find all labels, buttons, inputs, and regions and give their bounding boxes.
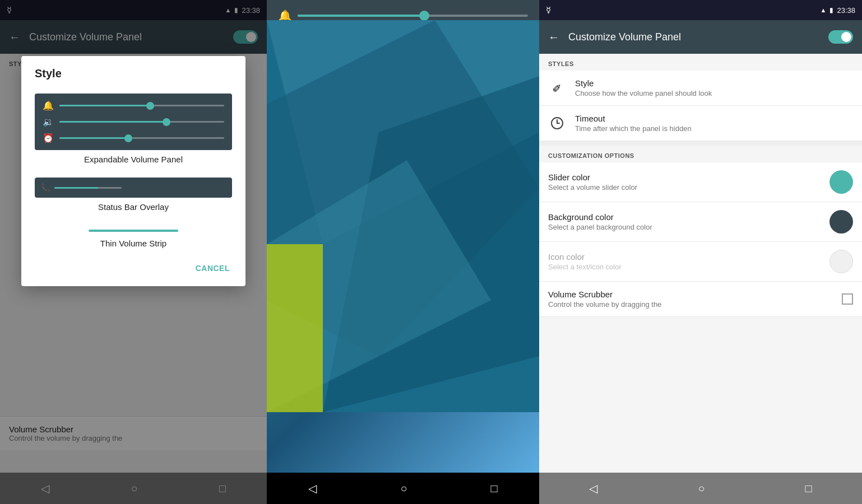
preview-statusbar: 📞 [35,178,232,198]
slider-thumb-1 [146,102,154,110]
volume-scrubber-checkbox[interactable] [842,293,853,305]
slider-color-subtitle: Select a volume slider color [548,183,821,192]
setting-style[interactable]: ✏ Style Choose how the volume panel shou… [539,71,862,106]
slider-fill-1 [59,105,150,106]
customization-header: CUSTOMIZATION OPTIONS [539,146,862,162]
popup-thumb-1[interactable] [419,11,429,21]
mid-screen: ☿ ▲ ▮ 23:38 🔔 🔉 [267,0,539,504]
back-button-right[interactable]: ← [548,31,559,44]
slider-color-title: Slider color [548,172,821,182]
option-statusbar-label: Status Bar Overlay [35,202,232,212]
option-thinstrip-label: Thin Volume Strip [35,239,232,248]
icon-color-title: Icon color [548,252,821,262]
bg-color-subtitle: Select a panel background color [548,223,821,231]
option-expandable[interactable]: 🔔 🔉 [21,87,245,171]
icon-color-dot [829,250,853,273]
wallpaper-svg [267,20,539,412]
status-time-right: 23:38 [837,6,855,15]
bg-color-dot[interactable] [829,210,853,234]
slider-color-dot[interactable] [829,170,853,194]
app-bar-right: ← Customize Volume Panel [539,20,862,54]
setting-icon-color: Icon color Select a text/icon color [539,242,862,282]
divider-1 [539,141,862,146]
styles-header-right: STYLES [539,54,862,71]
page-title-right: Customize Volume Panel [568,31,819,43]
slider-thumb-2 [163,118,170,126]
popup-track-1 [298,15,528,17]
right-screen: ☿ ▲ ▮ 23:38 ← Customize Volume Panel STY… [539,0,862,504]
slider-row-vol: 🔉 [43,116,224,127]
dialog-actions: CANCEL [21,255,245,286]
setting-timeout[interactable]: Timeout Time after which the panel is hi… [539,106,862,141]
dialog-title: Style [21,56,245,87]
preview-expandable: 🔔 🔉 [35,94,232,150]
statusbar-slider-fill [54,187,98,189]
slider-track-1 [59,105,224,106]
dialog-overlay: Style 🔔 🔉 [0,0,267,504]
toggle-switch-right[interactable] [828,30,853,44]
nav-bar-mid: ◁ ○ □ [267,473,539,504]
slider-track-3 [59,137,224,139]
setting-slider-color[interactable]: Slider color Select a volume slider colo… [539,162,862,202]
popup-fill-1 [298,15,424,17]
recents-nav-mid[interactable]: □ [490,482,497,495]
statusbar-slider-track [54,187,122,189]
slider-color-text: Slider color Select a volume slider colo… [548,172,821,192]
cancel-button[interactable]: CANCEL [189,259,237,277]
volume-scrubber-text: Volume Scrubber Control the volume by dr… [548,290,833,309]
style-dialog: Style 🔔 🔉 [21,56,245,286]
android-icon-right: ☿ [546,5,551,15]
slider-track-2 [59,121,224,123]
setting-bg-color[interactable]: Background color Select a panel backgrou… [539,202,862,242]
style-subtitle: Choose how the volume panel should look [575,89,853,97]
setting-volume-scrubber[interactable]: Volume Scrubber Control the volume by dr… [539,282,862,317]
slider-thumb-3 [124,134,132,142]
signal-icon-right: ▲ [821,7,827,13]
timeout-icon-wrap [548,114,566,132]
back-nav-mid[interactable]: ◁ [308,482,317,495]
icon-color-text: Icon color Select a text/icon color [548,252,821,271]
left-screen: ☿ ▲ ▮ 23:38 ← Customize Volume Panel STY… [0,0,267,504]
back-nav-right[interactable]: ◁ [589,482,597,495]
status-bar-right: ☿ ▲ ▮ 23:38 [539,0,862,20]
volume-icon: 🔉 [43,116,54,127]
slider-row-bell: 🔔 [43,100,224,111]
svg-rect-5 [267,244,323,412]
timeout-title: Timeout [575,114,853,123]
home-nav-mid[interactable]: ○ [400,482,407,495]
style-icon-wrap: ✏ [548,79,566,97]
pencil-icon: ✏ [549,80,566,96]
battery-icon-right: ▮ [829,6,833,14]
thin-strip [89,230,178,232]
option-statusbar[interactable]: 📞 Status Bar Overlay [21,171,245,218]
timeout-text: Timeout Time after which the panel is hi… [575,114,853,133]
wallpaper: ✉ Inbox G Google 🎵 SoundHUD [267,20,539,473]
alarm-icon: ⏰ [43,133,54,143]
slider-fill-2 [59,121,166,123]
bell-icon: 🔔 [43,100,54,111]
timeout-subtitle: Time after which the panel is hidden [575,124,853,133]
preview-thinstrip [35,225,232,234]
bg-color-title: Background color [548,212,821,222]
style-title: Style [575,78,853,88]
icon-color-subtitle: Select a text/icon color [548,263,821,271]
clock-icon [550,116,564,130]
option-thinstrip[interactable]: Thin Volume Strip [21,218,245,255]
style-text: Style Choose how the volume panel should… [575,78,853,97]
statusbar-vol-icon: 📞 [40,183,50,192]
nav-bar-right: ◁ ○ □ [539,473,862,504]
option-expandable-label: Expandable Volume Panel [35,155,232,164]
slider-fill-3 [59,137,128,139]
bg-color-text: Background color Select a panel backgrou… [548,212,821,231]
recents-nav-right[interactable]: □ [805,482,812,495]
volume-scrubber-subtitle: Control the volume by dragging the [548,300,833,309]
settings-right: STYLES ✏ Style Choose how the volume pan… [539,54,862,504]
slider-row-alarm: ⏰ [43,133,224,143]
home-nav-right[interactable]: ○ [698,482,705,495]
volume-scrubber-title: Volume Scrubber [548,290,833,299]
